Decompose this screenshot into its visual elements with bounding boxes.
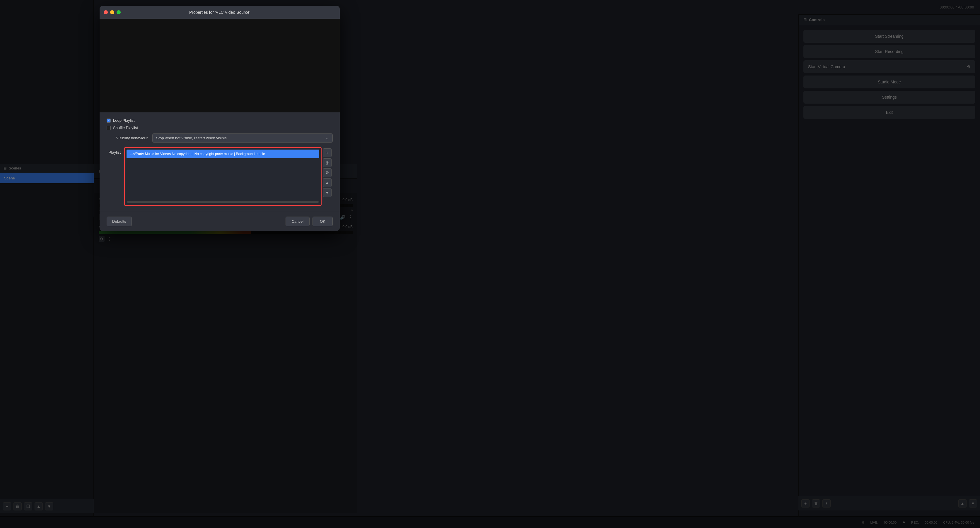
window-minimize-button[interactable] bbox=[110, 10, 114, 14]
playlist-down-button[interactable]: ▼ bbox=[323, 188, 331, 197]
dialog-footer: Defaults Cancel OK bbox=[100, 212, 340, 231]
window-controls bbox=[104, 10, 121, 14]
shuffle-playlist-checkbox[interactable] bbox=[107, 126, 111, 130]
dialog-preview bbox=[100, 19, 340, 113]
loop-playlist-checkbox[interactable]: ✓ bbox=[107, 119, 111, 123]
chevron-down-icon: ⌄ bbox=[326, 136, 329, 140]
dialog-title: Properties for 'VLC Video Source' bbox=[189, 10, 250, 14]
footer-right: Cancel OK bbox=[286, 217, 333, 226]
playlist-delete-button[interactable]: 🗑 bbox=[323, 159, 331, 167]
cancel-button[interactable]: Cancel bbox=[286, 217, 310, 226]
obs-main: ⊞ Scenes Scene + 🗑 ❐ ▲ ▼ bbox=[0, 0, 980, 528]
visibility-value: Stop when not visible, restart when visi… bbox=[156, 136, 227, 140]
playlist-item[interactable]: ...s/Party Music for Videos No copyright… bbox=[127, 149, 319, 159]
playlist-label: Playlist bbox=[107, 147, 124, 206]
shuffle-playlist-row: Shuffle Playlist bbox=[107, 125, 333, 130]
ok-button[interactable]: OK bbox=[312, 217, 333, 226]
playlist-container: ...s/Party Music for Videos No copyright… bbox=[124, 147, 321, 206]
playlist-section: Playlist ...s/Party Music for Videos No … bbox=[107, 147, 333, 206]
window-maximize-button[interactable] bbox=[116, 10, 121, 14]
shuffle-playlist-label: Shuffle Playlist bbox=[113, 125, 138, 130]
playlist-scrollbar[interactable] bbox=[127, 201, 319, 203]
properties-dialog: Properties for 'VLC Video Source' ✓ Loop… bbox=[100, 6, 340, 231]
dialog-titlebar: Properties for 'VLC Video Source' bbox=[100, 6, 340, 19]
playlist-sidebar: + 🗑 ⚙ ▲ ▼ bbox=[321, 147, 333, 206]
playlist-up-button[interactable]: ▲ bbox=[323, 178, 331, 187]
visibility-row: Visibility behaviour Stop when not visib… bbox=[107, 133, 333, 143]
playlist-add-button[interactable]: + bbox=[323, 148, 331, 157]
playlist-settings-button[interactable]: ⚙ bbox=[323, 168, 331, 177]
loop-playlist-label: Loop Playlist bbox=[113, 118, 135, 123]
loop-playlist-row: ✓ Loop Playlist bbox=[107, 118, 333, 123]
defaults-button[interactable]: Defaults bbox=[107, 217, 132, 226]
visibility-label: Visibility behaviour bbox=[107, 136, 148, 140]
dialog-content: ✓ Loop Playlist Shuffle Playlist Visibil… bbox=[100, 113, 340, 212]
visibility-select[interactable]: Stop when not visible, restart when visi… bbox=[152, 133, 333, 143]
window-close-button[interactable] bbox=[104, 10, 108, 14]
